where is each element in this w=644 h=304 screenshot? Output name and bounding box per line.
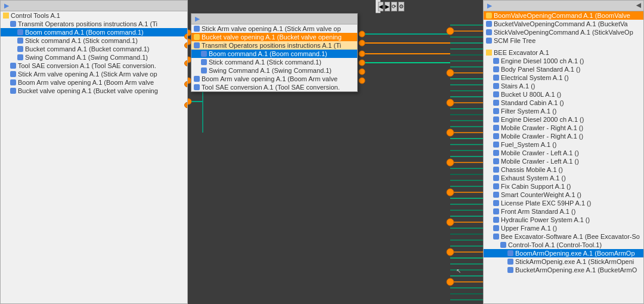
tree-item[interactable]: Control-Tool A.1 (Control-Tool.1) bbox=[484, 241, 643, 249]
right-panel: ▶ ◀ BoomValveOpeningCommand A.1 (BoomVal… bbox=[483, 0, 644, 304]
tree-item[interactable]: Fix Cabin Support A.1 () bbox=[484, 182, 643, 191]
node-icon bbox=[493, 158, 499, 164]
tree-item[interactable]: Stick command A.1 (Stick command.1) bbox=[191, 58, 357, 66]
node-icon bbox=[507, 250, 513, 256]
tree-item[interactable]: BoomValveOpeningCommand A.1 (BoomValve bbox=[484, 11, 643, 20]
node-icon bbox=[194, 42, 200, 48]
tree-item-label: Mobile Crawler - Left A.1 () bbox=[501, 149, 579, 156]
tree-item[interactable]: Transmit Operators positions instruction… bbox=[191, 41, 357, 50]
tree-item[interactable]: Boom command A.1 (Boom command.1) bbox=[191, 50, 357, 58]
svg-point-73 bbox=[447, 159, 454, 166]
node-icon bbox=[507, 267, 513, 273]
tree-item[interactable]: Engine Diesel 2000 ch A.1 () bbox=[484, 115, 643, 124]
node-icon bbox=[10, 88, 16, 94]
tree-item[interactable]: Exhaust System A.1 () bbox=[484, 174, 643, 182]
tree-item[interactable]: Mobile Crawler - Left A.1 () bbox=[484, 157, 643, 165]
node-icon bbox=[493, 83, 499, 89]
tree-item[interactable]: Mobile Crawler - Right A.1 () bbox=[484, 124, 643, 132]
middle-panel: ▶ Stick Arm valve opening A.1 (Stick Arm… bbox=[191, 13, 358, 92]
node-icon bbox=[493, 142, 499, 148]
node-icon bbox=[493, 75, 499, 81]
tree-item[interactable]: SCM File Tree bbox=[484, 36, 643, 45]
node-icon bbox=[486, 29, 492, 35]
tree-item[interactable]: Boom Arm valve opening A.1 (Boom Arm val… bbox=[191, 75, 357, 83]
node-icon bbox=[17, 46, 23, 52]
node-icon bbox=[3, 13, 9, 19]
svg-point-65 bbox=[359, 51, 365, 57]
right-tree-scroll[interactable]: BoomValveOpeningCommand A.1 (BoomValveBu… bbox=[484, 11, 643, 303]
tree-item[interactable]: BucketArmOpening.exe A.1 (BucketArmO bbox=[484, 266, 643, 274]
tree-item-label: Filter System A.1 () bbox=[501, 108, 557, 115]
tree-item[interactable]: Bucket valve opening A.1 (Bucket valve o… bbox=[191, 33, 357, 41]
tree-item[interactable]: BoomArmOpening.exe A.1 (BoomArmOp bbox=[484, 249, 643, 257]
right-folder-icon: ▶ bbox=[487, 2, 492, 9]
tree-item[interactable]: Mobile Crawler - Right A.1 () bbox=[484, 132, 643, 140]
node-icon bbox=[10, 63, 16, 69]
tree-item[interactable]: License Plate EXC 59HP A.1 () bbox=[484, 199, 643, 207]
tree-item[interactable]: Upper Frame A.1 () bbox=[484, 224, 643, 232]
tree-item[interactable]: Chassis Mobile A.1 () bbox=[484, 165, 643, 174]
tree-item[interactable]: Mobile Crawler - Left A.1 () bbox=[484, 149, 643, 157]
tree-item-label: Electrical System A.1 () bbox=[501, 74, 569, 81]
tree-item[interactable]: Swing Command A.1 (Swing Command.1) bbox=[191, 66, 357, 75]
svg-point-63 bbox=[359, 31, 365, 37]
svg-point-75 bbox=[447, 219, 454, 226]
tree-item[interactable]: Bucket valve opening A.1 (Bucket valve o… bbox=[1, 87, 187, 95]
tree-item[interactable]: Fuel_System A.1 () bbox=[484, 140, 643, 149]
tree-item-label: Stick command A.1 (Stick command.1) bbox=[25, 37, 138, 44]
tree-item[interactable]: Stick Arm valve opening A.1 (Stick Arm v… bbox=[191, 24, 357, 33]
svg-point-68 bbox=[359, 78, 365, 84]
tree-item-label: Smart CounterWeight A.1 () bbox=[501, 191, 581, 198]
tree-item[interactable]: Standard Cabin A.1 () bbox=[484, 99, 643, 107]
svg-point-67 bbox=[359, 69, 365, 75]
tree-item[interactable]: Stairs A.1 () bbox=[484, 82, 643, 90]
tree-item[interactable]: Smart CounterWeight A.1 () bbox=[484, 191, 643, 199]
node-icon bbox=[493, 58, 499, 64]
tree-item-label: Front Arm Standard A.1 () bbox=[501, 208, 575, 215]
tree-item-label: SCM File Tree bbox=[494, 37, 535, 44]
tree-item[interactable]: Boom command A.1 (Boom command.1) bbox=[1, 28, 187, 36]
tree-item[interactable]: Body Panel Standard A.1 () bbox=[484, 65, 643, 73]
left-tree: Control Tools A.1Transmit Operators posi… bbox=[1, 11, 187, 95]
tree-item[interactable]: StickValveOpeningCommand A.1 (StickValve… bbox=[484, 28, 643, 36]
tree-item[interactable]: Electrical System A.1 () bbox=[484, 73, 643, 82]
tree-item[interactable]: Transmit Operators positions instruction… bbox=[1, 20, 187, 28]
tree-item[interactable]: Swing Command A.1 (Swing Command.1) bbox=[1, 53, 187, 62]
node-icon bbox=[17, 29, 23, 35]
tree-item[interactable]: Stick Arm valve opening A.1 (Stick Arm v… bbox=[1, 70, 187, 78]
tree-item[interactable]: Engine Diesel 1000 ch A.1 () bbox=[484, 57, 643, 65]
tree-item-label: Engine Diesel 1000 ch A.1 () bbox=[501, 57, 584, 65]
tree-item[interactable]: StickArmOpenig.exe A.1 (StickArmOpeni bbox=[484, 257, 643, 266]
node-icon bbox=[10, 79, 16, 85]
tree-item[interactable]: Tool SAE conversion A.1 (Tool SAE conver… bbox=[191, 83, 357, 91]
toolbar-back-btn[interactable]: ◀ bbox=[378, 2, 383, 11]
tree-item-label: Boom Arm valve opening A.1 (Boom Arm val… bbox=[202, 75, 338, 82]
tree-item[interactable]: BucketValveOpeningCommand A.1 (BucketVa bbox=[484, 20, 643, 28]
node-icon bbox=[10, 71, 16, 77]
tree-item[interactable]: BEE Excavator A.1 bbox=[484, 48, 643, 57]
left-panel-header: ▶ bbox=[1, 1, 187, 11]
tree-item[interactable]: Hydraulic Power System A.1 () bbox=[484, 216, 643, 224]
tree-item[interactable]: Filter System A.1 () bbox=[484, 107, 643, 115]
tree-item-label: Stairs A.1 () bbox=[501, 82, 535, 90]
tree-item-label: BucketValveOpeningCommand A.1 (BucketVa bbox=[494, 20, 628, 27]
node-icon bbox=[201, 67, 207, 73]
tree-item[interactable]: Control Tools A.1 bbox=[1, 11, 187, 20]
tree-item[interactable]: Bucket U 800L A.1 () bbox=[484, 90, 643, 99]
toolbar-refresh-btn[interactable]: ⟳ bbox=[391, 2, 397, 11]
toolbar-fwd-btn[interactable]: ▶ bbox=[385, 2, 390, 11]
node-icon bbox=[493, 108, 499, 114]
node-icon bbox=[486, 50, 492, 56]
tree-item[interactable]: Boom Arm valve opening A.1 (Boom Arm val… bbox=[1, 78, 187, 87]
tree-item-label: Tool SAE conversion A.1 (Tool SAE conver… bbox=[18, 62, 156, 69]
tree-item[interactable]: Bucket command A.1 (Bucket command.1) bbox=[1, 45, 187, 53]
tree-item-label: Mobile Crawler - Right A.1 () bbox=[501, 133, 583, 140]
tree-item[interactable]: Front Arm Standard A.1 () bbox=[484, 207, 643, 216]
toolbar-settings-btn[interactable]: ⚙ bbox=[398, 2, 404, 11]
tree-item[interactable]: Tool SAE conversion A.1 (Tool SAE conver… bbox=[1, 62, 187, 70]
right-tree: BoomValveOpeningCommand A.1 (BoomValveBu… bbox=[484, 11, 643, 274]
tree-item[interactable]: Stick command A.1 (Stick command.1) bbox=[1, 36, 187, 45]
tree-item-label: Control Tools A.1 bbox=[11, 12, 60, 19]
tree-item-label: StickArmOpenig.exe A.1 (StickArmOpeni bbox=[515, 258, 634, 265]
tree-item[interactable]: Bee Excavator-Software A.1 (Bee Excavato… bbox=[484, 232, 643, 241]
